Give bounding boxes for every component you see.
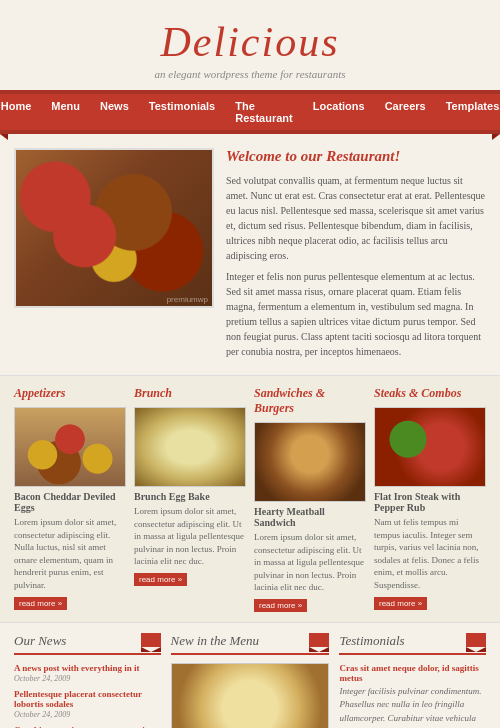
category-image: [374, 407, 486, 487]
watermark: premiumwp: [167, 295, 208, 304]
read-more-button[interactable]: read more »: [374, 597, 427, 610]
hero-paragraph-2: Integer et felis non purus pellentesque …: [226, 269, 486, 359]
news-link[interactable]: A news post with everything in it: [14, 663, 161, 673]
site-header: Delicious an elegant wordpress theme for…: [0, 0, 500, 90]
news-header: Our News: [14, 633, 161, 655]
nav-item-news[interactable]: News: [90, 94, 139, 130]
category-image: [134, 407, 246, 487]
category-description: Lorem ipsum dolor sit amet, consectetur …: [254, 531, 366, 594]
testimonials-column: Testimonials Cras sit amet neque dolor, …: [339, 633, 486, 728]
category-image: [14, 407, 126, 487]
site-title: Delicious: [0, 18, 500, 66]
hero-image: premiumwp: [14, 148, 214, 308]
site-subtitle: an elegant wordpress theme for restauran…: [0, 68, 500, 80]
news-date: October 24, 2009: [14, 710, 161, 719]
nav-item-the-restaurant[interactable]: The Restaurant: [225, 94, 302, 130]
menu-image: [171, 663, 330, 728]
category-col-0: AppetizersBacon Cheddar Deviled EggsLore…: [14, 386, 126, 612]
categories-section: AppetizersBacon Cheddar Deviled EggsLore…: [0, 375, 500, 622]
read-more-button[interactable]: read more »: [14, 597, 67, 610]
category-col-2: Sandwiches & BurgersHearty Meatball Sand…: [254, 386, 366, 612]
hero-section: premiumwp Welcome to our Restaurant! Sed…: [0, 134, 500, 375]
category-col-3: Steaks & CombosFlat Iron Steak with Pepp…: [374, 386, 486, 612]
nav-menu: HomeMenuNewsTestimonialsThe RestaurantLo…: [0, 94, 500, 130]
category-title: Steaks & Combos: [374, 386, 486, 401]
hero-paragraph-1: Sed volutpat convallis quam, at fermentu…: [226, 173, 486, 263]
category-title: Appetizers: [14, 386, 126, 401]
nav-item-menu[interactable]: Menu: [41, 94, 90, 130]
testimonials-ribbon: [466, 633, 486, 647]
news-ribbon: [141, 633, 161, 647]
bottom-section: Our News A news post with everything in …: [0, 622, 500, 728]
category-item-title: Bacon Cheddar Deviled Eggs: [14, 491, 126, 513]
news-item: Pellentesque placerat consectetur lobort…: [14, 689, 161, 719]
menu-header: New in the Menu: [171, 633, 330, 655]
testimonials-items: Cras sit amet neque dolor, id sagittis m…: [339, 663, 486, 728]
news-item: A news post with everything in itOctober…: [14, 663, 161, 683]
category-description: Lorem ipsum dolor sit amet, consectetur …: [134, 505, 246, 568]
category-item-title: Flat Iron Steak with Pepper Rub: [374, 491, 486, 513]
news-items: A news post with everything in itOctober…: [14, 663, 161, 728]
category-image: [254, 422, 366, 502]
news-title: Our News: [14, 633, 161, 655]
testimonial-author: Cras sit amet neque dolor, id sagittis m…: [339, 663, 486, 683]
menu-title: New in the Menu: [171, 633, 330, 655]
category-col-1: BrunchBrunch Egg BakeLorem ipsum dolor s…: [134, 386, 246, 612]
category-description: Lorem ipsum dolor sit amet, consectetur …: [14, 516, 126, 592]
menu-ribbon: [309, 633, 329, 647]
read-more-button[interactable]: read more »: [134, 573, 187, 586]
nav-item-testimonials[interactable]: Testimonials: [139, 94, 225, 130]
news-date: October 24, 2009: [14, 674, 161, 683]
testimonial-text: Integer facilisis pulvinar condimentum. …: [339, 685, 486, 728]
hero-text: Welcome to our Restaurant! Sed volutpat …: [226, 148, 486, 365]
category-title: Sandwiches & Burgers: [254, 386, 366, 416]
news-column: Our News A news post with everything in …: [14, 633, 161, 728]
category-description: Nam ut felis tempus mi tempus iaculis. I…: [374, 516, 486, 592]
testimonials-title: Testimonials: [339, 633, 486, 655]
hero-title: Welcome to our Restaurant!: [226, 148, 486, 165]
category-item-title: Hearty Meatball Sandwich: [254, 506, 366, 528]
nav-item-templates[interactable]: Templates: [436, 94, 500, 130]
category-item-title: Brunch Egg Bake: [134, 491, 246, 502]
nav-item-home[interactable]: Home: [0, 94, 41, 130]
news-link[interactable]: Pellentesque placerat consectetur lobort…: [14, 689, 161, 709]
testimonials-header: Testimonials: [339, 633, 486, 655]
category-title: Brunch: [134, 386, 246, 401]
menu-column: New in the Menu Tasty Dessert Sed volutp…: [171, 633, 330, 728]
nav-item-careers[interactable]: Careers: [375, 94, 436, 130]
nav-item-locations[interactable]: Locations: [303, 94, 375, 130]
read-more-button[interactable]: read more »: [254, 599, 307, 612]
main-navigation: HomeMenuNewsTestimonialsThe RestaurantLo…: [0, 90, 500, 134]
